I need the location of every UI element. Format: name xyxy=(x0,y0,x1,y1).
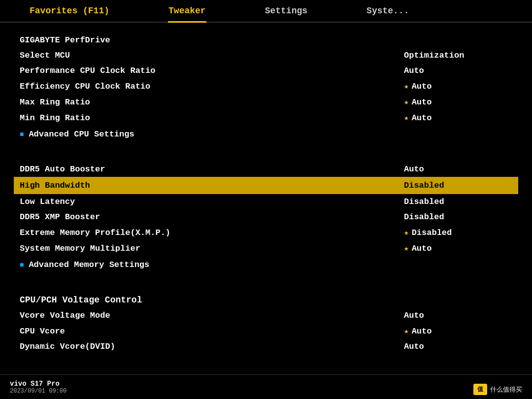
setting-value-text: Auto xyxy=(412,82,432,91)
badge-text: 什么值得买 xyxy=(490,385,522,394)
list-item[interactable]: Min Ring Ratio ★ Auto xyxy=(20,110,512,126)
star-icon: ★ xyxy=(404,326,409,336)
bullet-icon: ■ xyxy=(20,131,24,138)
star-icon: ★ xyxy=(404,113,409,123)
list-item[interactable]: Select MCU Optimization xyxy=(20,48,512,63)
section-header-label: Advanced CPU Settings xyxy=(29,130,134,139)
setting-value-text: Auto xyxy=(404,66,424,75)
star-icon: ★ xyxy=(404,243,409,253)
list-item[interactable]: DDR5 XMP Booster Disabled xyxy=(20,209,512,225)
list-item[interactable]: Efficiency CPU Clock Ratio ★ Auto xyxy=(20,78,512,94)
tab-tweaker[interactable]: Tweaker xyxy=(139,0,235,22)
star-icon: ★ xyxy=(404,97,409,107)
memory-section: DDR5 Auto Booster Auto High Bandwidth Di… xyxy=(20,162,512,273)
tab-system[interactable]: Syste... xyxy=(337,0,438,22)
list-item[interactable]: Performance CPU Clock Ratio Auto xyxy=(20,63,512,78)
list-item[interactable]: Vcore Voltage Mode Auto xyxy=(20,308,512,323)
memory-advanced-header[interactable]: ■ Advanced Memory Settings xyxy=(20,256,512,273)
device-info: vivo S17 Pro 2023/09/01 09:00 xyxy=(10,380,66,395)
setting-value-text: Auto xyxy=(412,244,432,253)
setting-value-text: Auto xyxy=(412,327,432,336)
list-item[interactable]: Max Ring Ratio ★ Auto xyxy=(20,94,512,110)
list-item[interactable]: Low Latency Disabled xyxy=(20,194,512,209)
tab-favorites[interactable]: Favorites (F11) xyxy=(0,0,139,22)
cpu-section: GIGABYTE PerfDrive Select MCU Optimizati… xyxy=(20,33,512,143)
list-item[interactable]: CPU Vcore ★ Auto xyxy=(20,323,512,339)
bottom-bar: vivo S17 Pro 2023/09/01 09:00 值 什么值得买 xyxy=(0,374,532,399)
device-date: 2023/09/01 09:00 xyxy=(10,388,66,395)
star-icon: ★ xyxy=(404,81,409,91)
list-item[interactable]: GIGABYTE PerfDrive xyxy=(20,33,512,48)
main-content: GIGABYTE PerfDrive Select MCU Optimizati… xyxy=(0,23,532,374)
high-bandwidth-row[interactable]: High Bandwidth Disabled xyxy=(14,177,518,194)
bullet-icon: ■ xyxy=(20,261,24,269)
section-header-label: Advanced Memory Settings xyxy=(29,260,149,269)
cpu-advanced-header[interactable]: ■ Advanced CPU Settings xyxy=(20,126,512,143)
setting-value-text: Auto xyxy=(412,113,432,123)
badge: 值 xyxy=(473,384,487,395)
list-item[interactable]: Extreme Memory Profile(X.M.P.) ★ Disable… xyxy=(20,225,512,240)
voltage-section: CPU/PCH Voltage Control Vcore Voltage Mo… xyxy=(20,292,512,354)
watermark: 值 什么值得买 xyxy=(473,384,522,395)
device-name: vivo S17 Pro xyxy=(10,380,66,388)
nav-bar: Favorites (F11) Tweaker Settings Syste..… xyxy=(0,0,532,23)
list-item[interactable]: DDR5 Auto Booster Auto xyxy=(20,162,512,177)
list-item[interactable]: System Memory Multiplier ★ Auto xyxy=(20,240,512,256)
setting-value-text: Disabled xyxy=(412,228,452,237)
setting-value-text: Auto xyxy=(412,98,432,107)
cpu-pch-header: CPU/PCH Voltage Control xyxy=(20,292,512,308)
tab-settings[interactable]: Settings xyxy=(235,0,337,22)
list-item[interactable]: Dynamic Vcore(DVID) Auto xyxy=(20,339,512,354)
star-icon: ★ xyxy=(404,228,409,237)
